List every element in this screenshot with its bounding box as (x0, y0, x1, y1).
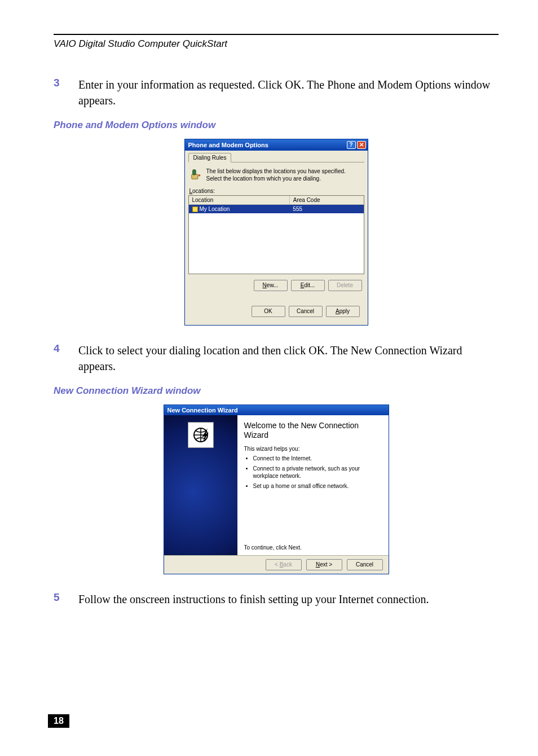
close-button[interactable]: ✕ (357, 141, 366, 149)
list-header: Location Area Code (189, 196, 364, 205)
svg-point-2 (198, 174, 200, 177)
list-row-selected[interactable]: My Location 555 (189, 205, 364, 213)
locations-label: Locations: (189, 188, 364, 194)
wizard-subhead: This wizard helps you: (244, 446, 382, 452)
dialog-description: The list below displays the locations yo… (206, 168, 362, 182)
col-location[interactable]: Location (189, 196, 290, 204)
edit-button[interactable]: Edit... (291, 280, 325, 291)
list-item: Connect to a private network, such as yo… (253, 465, 382, 480)
row-area-code: 555 (289, 205, 363, 213)
step-number: 3 (54, 77, 63, 108)
phone-modem-figure: Phone and Modem Options ? ✕ Dialing Rule… (54, 139, 499, 326)
doc-header: VAIO Digital Studio Computer QuickStart (54, 38, 499, 50)
back-button[interactable]: < Back (266, 559, 302, 570)
col-area-code[interactable]: Area Code (290, 196, 364, 204)
wizard-side-image (164, 415, 237, 555)
phone-modem-dialog: Phone and Modem Options ? ✕ Dialing Rule… (184, 139, 368, 326)
step-5: 5 Follow the onscreen instructions to fi… (54, 591, 499, 607)
wizard-continue-text: To continue, click Next. (244, 544, 382, 551)
cancel-button[interactable]: Cancel (347, 559, 383, 570)
phone-modem-icon (191, 168, 203, 181)
wizard-bullets: Connect to the Internet. Connect to a pr… (244, 455, 382, 494)
list-item: Set up a home or small office network. (253, 483, 382, 490)
step-text: Enter in your information as requested. … (78, 77, 499, 108)
step-4: 4 Click to select your dialing location … (54, 342, 499, 374)
locations-list[interactable]: Location Area Code My Location 555 (188, 195, 364, 274)
apply-button[interactable]: Apply (326, 306, 360, 317)
page-number: 18 (48, 714, 69, 728)
step-3: 3 Enter in your information as requested… (54, 77, 499, 108)
step-number: 4 (54, 342, 63, 374)
new-button[interactable]: New... (254, 280, 288, 291)
connection-icon (188, 422, 214, 448)
help-button[interactable]: ? (347, 141, 356, 149)
list-item: Connect to the Internet. (253, 455, 382, 463)
delete-button[interactable]: Delete (328, 280, 362, 291)
step-text: Follow the onscreen instructions to fini… (78, 591, 429, 607)
location-icon (192, 206, 198, 212)
wizard-dialog: New Connection Wizard Welcome to the New… (164, 405, 389, 574)
ok-button[interactable]: OK (252, 306, 285, 317)
caption-wizard: New Connection Wizard window (54, 385, 499, 397)
tab-dialing-rules[interactable]: Dialing Rules (188, 153, 232, 162)
caption-phone-modem: Phone and Modem Options window (54, 120, 499, 131)
dialog-title: Phone and Modem Options (188, 142, 268, 148)
wizard-titlebar: New Connection Wizard (164, 405, 389, 415)
svg-rect-1 (192, 170, 196, 175)
step-text: Click to select your dialing location an… (78, 342, 499, 374)
step-number: 5 (54, 591, 63, 607)
cancel-button[interactable]: Cancel (289, 306, 323, 317)
row-location: My Location (200, 206, 230, 212)
dialog-tabs: Dialing Rules (188, 153, 364, 162)
header-rule (54, 34, 499, 35)
wizard-figure: New Connection Wizard Welcome to the New… (54, 405, 499, 574)
wizard-heading: Welcome to the New Connection Wizard (244, 421, 382, 440)
next-button[interactable]: Next > (306, 559, 342, 570)
dialog-titlebar: Phone and Modem Options ? ✕ (185, 139, 368, 151)
